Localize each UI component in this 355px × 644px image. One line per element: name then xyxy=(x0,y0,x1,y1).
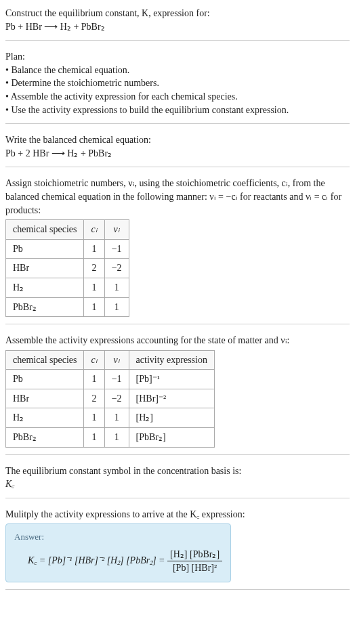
arrow-icon: ⟶ xyxy=(51,148,65,158)
answer-expression: K꜀ = [Pb]⁻¹ [HBr]⁻² [H₂] [PbBr₂] = [H₂] … xyxy=(14,548,222,575)
table-row: PbBr₂11[PbBr₂] xyxy=(6,428,215,448)
plan-item: Assemble the activity expression for eac… xyxy=(5,90,350,104)
table-row: PbBr₂11 xyxy=(6,297,129,317)
answer-label: Answer: xyxy=(14,531,222,543)
table-row: HBr2−2[HBr]⁻² xyxy=(6,389,215,408)
plan-title: Plan: xyxy=(5,50,350,64)
table-row: Pb1−1[Pb]⁻¹ xyxy=(6,370,215,389)
plan-item: Use the activity expressions to build th… xyxy=(5,104,350,117)
balanced-equation: Pb + 2 HBr ⟶ H₂ + PbBr₂ xyxy=(5,147,350,160)
col-species: chemical species xyxy=(6,220,84,240)
table-row: H₂11 xyxy=(6,278,129,297)
plan-item: Determine the stoichiometric numbers. xyxy=(5,77,350,90)
arrow-icon: ⟶ xyxy=(44,22,58,32)
col-v: νᵢ xyxy=(104,350,129,370)
symbol-title: The equilibrium constant symbol in the c… xyxy=(5,465,350,478)
table-header-row: chemical species cᵢ νᵢ activity expressi… xyxy=(6,350,215,370)
answer-lhs: K꜀ = [Pb]⁻¹ [HBr]⁻² [H₂] [PbBr₂] = xyxy=(28,555,165,565)
stoich-section: Assign stoichiometric numbers, νᵢ, using… xyxy=(5,177,350,324)
prompt-equation: Pb + HBr ⟶ H₂ + PbBr₂ xyxy=(5,20,350,34)
activity-section: Assemble the activity expressions accoun… xyxy=(5,334,350,455)
prompt-title: Construct the equilibrium constant, K, e… xyxy=(5,7,350,20)
table-row: H₂11[H₂] xyxy=(6,408,215,428)
table-header-row: chemical species cᵢ νᵢ xyxy=(6,220,129,240)
prompt-section: Construct the equilibrium constant, K, e… xyxy=(5,7,350,41)
table-row: Pb1−1 xyxy=(6,239,129,259)
stoich-table: chemical species cᵢ νᵢ Pb1−1 HBr2−2 H₂11… xyxy=(5,219,129,317)
table-row: HBr2−2 xyxy=(6,259,129,278)
symbol-value: K꜀ xyxy=(5,477,350,491)
symbol-section: The equilibrium constant symbol in the c… xyxy=(5,465,350,498)
col-v: νᵢ xyxy=(104,220,129,240)
final-section: Mulitply the activity expressions to arr… xyxy=(5,508,350,590)
final-title: Mulitply the activity expressions to arr… xyxy=(5,508,350,521)
fraction-denominator: [Pb] [HBr]² xyxy=(167,561,222,575)
stoich-intro: Assign stoichiometric numbers, νᵢ, using… xyxy=(5,177,350,217)
balanced-lhs: Pb + 2 HBr xyxy=(5,148,49,158)
balanced-section: Write the balanced chemical equation: Pb… xyxy=(5,133,350,167)
activity-table: chemical species cᵢ νᵢ activity expressi… xyxy=(5,350,215,448)
fraction-numerator: [H₂] [PbBr₂] xyxy=(167,548,222,562)
col-c: cᵢ xyxy=(84,220,104,240)
balanced-title: Write the balanced chemical equation: xyxy=(5,133,350,147)
answer-fraction: [H₂] [PbBr₂] [Pb] [HBr]² xyxy=(167,548,222,575)
col-species: chemical species xyxy=(6,350,84,370)
plan-list: Balance the chemical equation. Determine… xyxy=(5,64,350,116)
eqn-rhs: H₂ + PbBr₂ xyxy=(60,22,105,32)
answer-box: Answer: K꜀ = [Pb]⁻¹ [HBr]⁻² [H₂] [PbBr₂]… xyxy=(5,523,231,582)
col-c: cᵢ xyxy=(84,350,104,370)
plan-section: Plan: Balance the chemical equation. Det… xyxy=(5,50,350,124)
balanced-rhs: H₂ + PbBr₂ xyxy=(67,148,112,158)
activity-intro: Assemble the activity expressions accoun… xyxy=(5,334,350,347)
eqn-lhs: Pb + HBr xyxy=(5,22,42,32)
plan-item: Balance the chemical equation. xyxy=(5,64,350,77)
col-expr: activity expression xyxy=(129,350,214,370)
